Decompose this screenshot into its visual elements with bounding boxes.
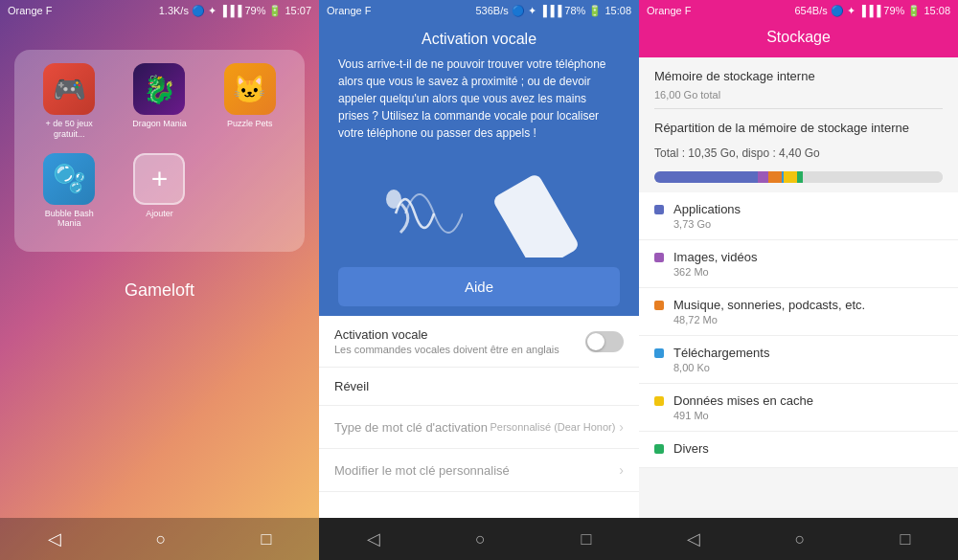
activation-toggle[interactable] <box>585 331 624 352</box>
app-icon-bubble[interactable]: 🫧 <box>43 153 95 205</box>
modifier-row[interactable]: Modifier le mot clé personnalisé › <box>319 449 639 492</box>
status-bar-1: Orange F 1.3K/s 🔵 ✦ ▐▐▐ 79% 🔋 15:07 <box>0 0 319 21</box>
storage-item-images[interactable]: Images, vidéos 362 Mo <box>639 240 958 288</box>
carrier-2: Orange F <box>327 5 371 16</box>
app-item-add[interactable]: + Ajouter <box>125 153 193 230</box>
app-icon-dragon[interactable]: 🐉 <box>133 63 185 115</box>
toggle-label: Activation vocale <box>334 327 559 342</box>
folder-row-1: 🎮 + de 50 jeux gratuit... 🐉 Dragon Mania… <box>24 63 295 140</box>
chevron-icon-2: › <box>619 462 624 478</box>
app-icon-add[interactable]: + <box>133 153 185 205</box>
nav-bar-3: ◁ ○ □ <box>639 518 958 560</box>
dot-musique <box>654 301 664 310</box>
games-emoji: 🎮 <box>53 74 86 105</box>
battery-1: 79% 🔋 <box>244 5 282 17</box>
signal-2: 🔵 ✦ ▐▐▐ 78% 🔋 <box>512 5 605 16</box>
folder-name: Gameloft <box>0 280 319 301</box>
signal-1: 🔵 ✦ ▐▐▐ <box>192 5 242 17</box>
storage-item-telechargements[interactable]: Téléchargements 8,00 Ko <box>639 336 958 384</box>
recents-icon-1[interactable]: □ <box>262 529 272 549</box>
add-symbol: + <box>151 163 169 195</box>
bar-images <box>758 171 768 183</box>
storage-item-applications[interactable]: Applications 3,73 Go <box>639 192 958 240</box>
stockage-title: Stockage <box>766 29 831 45</box>
cache-size: 491 Mo <box>673 410 943 421</box>
dragon-emoji: 🐉 <box>143 74 176 105</box>
games-label: + de 50 jeux gratuit... <box>35 119 103 140</box>
app-item-bubble[interactable]: 🫧 Bubble Bash Mania <box>35 153 103 230</box>
recents-icon-3[interactable]: □ <box>901 529 911 549</box>
bar-free <box>803 171 943 183</box>
panel-stockage: Orange F 654B/s 🔵 ✦ ▐▐▐ 79% 🔋 15:08 Stoc… <box>639 0 958 560</box>
voice-wave-svg <box>386 166 463 258</box>
back-icon-3[interactable]: ◁ <box>687 528 700 549</box>
phone-illustration <box>491 172 581 258</box>
mot-cle-row[interactable]: Type de mot clé d'activation Personnalis… <box>319 406 639 449</box>
dot-applications <box>654 205 664 214</box>
home-icon-3[interactable]: ○ <box>795 529 806 549</box>
storage-item-cache[interactable]: Données mises en cache 491 Mo <box>639 384 958 432</box>
dot-divers <box>654 444 664 454</box>
nav-bar-2: ◁ ○ □ <box>319 518 639 560</box>
settings-section: Activation vocale Les commandes vocales … <box>319 316 639 518</box>
home-icon-1[interactable]: ○ <box>156 529 167 549</box>
toggle-row: Activation vocale Les commandes vocales … <box>319 316 639 368</box>
speed-3: 654B/s <box>794 5 827 16</box>
bubble-emoji: 🫧 <box>53 163 86 194</box>
telechargements-name: Téléchargements <box>673 346 943 360</box>
carrier-1: Orange F <box>8 5 52 16</box>
recents-icon-2[interactable]: □ <box>581 529 591 549</box>
app-item-games[interactable]: 🎮 + de 50 jeux gratuit... <box>35 63 103 140</box>
speed-2: 536B/s <box>475 5 508 16</box>
stockage-body: Mémoire de stockage interne 16,00 Go tot… <box>639 57 958 518</box>
app-item-puzzle[interactable]: 🐱 Puzzle Pets <box>217 63 284 140</box>
app-folder: 🎮 + de 50 jeux gratuit... 🐉 Dragon Mania… <box>14 50 305 252</box>
time-1: 15:07 <box>285 5 311 16</box>
reveil-row[interactable]: Réveil <box>319 368 639 406</box>
bar-cache <box>784 171 797 183</box>
aide-button[interactable]: Aide <box>338 267 620 306</box>
dragon-label: Dragon Mania <box>132 119 187 129</box>
panel-activation-vocale: Orange F 536B/s 🔵 ✦ ▐▐▐ 78% 🔋 15:08 Acti… <box>319 0 639 560</box>
folder-row-2: 🫧 Bubble Bash Mania + Ajouter <box>24 153 295 230</box>
speed-1: 1.3K/s <box>159 5 189 16</box>
time-3: 15:08 <box>924 5 950 16</box>
panel2-title: Activation vocale <box>319 21 639 56</box>
panel2-body-text: Vous arrive-t-il de ne pouvoir trouver v… <box>338 56 620 142</box>
cache-name: Données mises en cache <box>673 393 943 408</box>
mot-cle-value: Personnalisé (Dear Honor) <box>490 421 615 433</box>
storage-total: Total : 10,35 Go, dispo : 4,40 Go <box>639 139 958 166</box>
app-icon-puzzle[interactable]: 🐱 <box>224 63 276 115</box>
dot-images <box>654 253 664 262</box>
back-icon-1[interactable]: ◁ <box>48 528 61 549</box>
app-icon-games[interactable]: 🎮 <box>43 63 95 115</box>
signal-3: 🔵 ✦ ▐▐▐ 79% 🔋 <box>831 5 924 16</box>
status-right-1: 1.3K/s 🔵 ✦ ▐▐▐ 79% 🔋 15:07 <box>159 5 311 17</box>
bubble-label: Bubble Bash Mania <box>35 209 103 230</box>
storage-item-musique[interactable]: Musique, sonneries, podcasts, etc. 48,72… <box>639 288 958 336</box>
images-name: Images, vidéos <box>673 250 943 264</box>
time-2: 15:08 <box>604 5 631 16</box>
dot-cache <box>654 396 664 406</box>
mot-cle-label: Type de mot clé d'activation <box>334 420 488 435</box>
reveil-label: Réveil <box>334 379 369 393</box>
voice-illustration <box>338 151 620 258</box>
status-bar-2: Orange F 536B/s 🔵 ✦ ▐▐▐ 78% 🔋 15:08 <box>319 0 639 21</box>
storage-section1-sub: 16,00 Go total <box>639 87 958 108</box>
status-bar-3: Orange F 654B/s 🔵 ✦ ▐▐▐ 79% 🔋 15:08 <box>639 0 958 21</box>
home-icon-2[interactable]: ○ <box>475 529 486 549</box>
modifier-label: Modifier le mot clé personnalisé <box>334 463 510 478</box>
back-icon-2[interactable]: ◁ <box>367 528 380 549</box>
carrier-3: Orange F <box>647 5 691 16</box>
divers-name: Divers <box>673 441 943 456</box>
panel-gameloft: Orange F 1.3K/s 🔵 ✦ ▐▐▐ 79% 🔋 15:07 🎮 + … <box>0 0 319 560</box>
musique-name: Musique, sonneries, podcasts, etc. <box>673 298 943 312</box>
storage-section1-title: Mémoire de stockage interne <box>639 57 958 87</box>
stockage-header: Stockage <box>639 21 958 57</box>
puzzle-label: Puzzle Pets <box>227 119 273 129</box>
storage-item-divers[interactable]: Divers <box>639 432 958 468</box>
app-item-dragon[interactable]: 🐉 Dragon Mania <box>125 63 193 140</box>
musique-size: 48,72 Mo <box>673 314 943 325</box>
svg-point-0 <box>386 190 401 209</box>
app-item-empty <box>217 153 284 230</box>
